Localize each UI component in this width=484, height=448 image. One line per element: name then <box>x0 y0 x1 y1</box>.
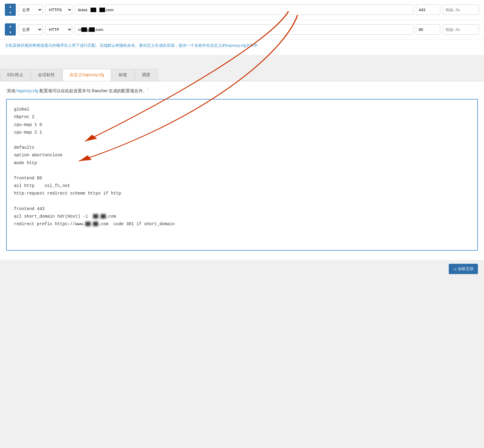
tab-content-haproxy: '其他 haproxy.cfg 配置项可以在此处设置并与 Rancher 生成的… <box>0 81 484 260</box>
tab-haproxy[interactable]: 自定义haproxy.cfg <box>63 69 111 81</box>
path-input-1[interactable] <box>443 5 479 15</box>
code-line-8: mode http <box>14 159 470 167</box>
protocol-select-2[interactable]: HTTP HTTPS TCP <box>45 24 72 35</box>
blurred-domain-2: ██.██ <box>85 220 98 228</box>
gray-spacer <box>0 55 484 64</box>
haproxy-cfg-link[interactable]: haproxy.cfg <box>17 88 38 93</box>
tab-ssl[interactable]: SSL终止 <box>0 69 30 81</box>
port-input-2[interactable] <box>416 24 440 35</box>
row-entry-2: ▲ ▼ 公开 内部 仅主机 HTTP HTTPS TCP <box>0 20 484 39</box>
tab-labels[interactable]: 标签 <box>112 69 134 81</box>
config-description: '其他 haproxy.cfg 配置项可以在此处设置并与 Rancher 生成的… <box>6 87 478 94</box>
code-line-11: acl http ssl_fc,not <box>14 182 470 190</box>
code-line-5 <box>14 136 470 144</box>
brand-name: 创新互联 <box>458 266 474 272</box>
code-line-6: defaults <box>14 144 470 151</box>
hint-text: 主机及路径规则将根据显示的顺序自上而下进行匹配。后端默认将随机命名。要自定义生成… <box>0 39 484 55</box>
tab-schedule[interactable]: 调度 <box>135 69 157 81</box>
code-line-2: nbproc 2 <box>14 113 470 121</box>
tabs-section: SSL终止 会话粘性 自定义haproxy.cfg 标签 调度 '其他 hapr… <box>0 64 484 260</box>
blurred-domain-1: ██.██ <box>93 213 106 220</box>
code-line-4: cpu-map 2 1 <box>14 129 470 136</box>
move-up-btn-2[interactable]: ▲ <box>5 23 16 29</box>
code-line-15: acl short_domain hdr(Host) -i ██.██.com <box>14 213 470 220</box>
port-input-1[interactable] <box>416 5 440 15</box>
brand-badge: ◁ 创新互联 <box>449 264 478 274</box>
code-line-12: http-request redirect scheme https if ht… <box>14 190 470 197</box>
access-select-2[interactable]: 公开 内部 仅主机 <box>18 24 43 35</box>
move-up-btn-1[interactable]: ▲ <box>5 4 16 10</box>
reorder-buttons-1[interactable]: ▲ ▼ <box>5 4 16 16</box>
code-line-3: cpu-map 1 0 <box>14 121 470 129</box>
move-down-btn-1[interactable]: ▼ <box>5 10 16 16</box>
protocol-select-1[interactable]: HTTPS HTTP TCP <box>45 5 72 15</box>
domain-input-1[interactable] <box>75 5 414 15</box>
domain-input-2[interactable] <box>75 24 414 35</box>
access-select-1[interactable]: 公开 内部 仅主机 <box>18 5 43 15</box>
code-line-16: redirect prefix https://www.██.██.com co… <box>14 220 470 228</box>
row-entry-1: ▲ ▼ 公开 内部 仅主机 HTTPS HTTP TCP <box>0 0 484 20</box>
code-editor[interactable]: global nbproc 2 cpu-map 1 0 cpu-map 2 1 … <box>6 99 478 251</box>
move-down-btn-2[interactable]: ▼ <box>5 29 16 36</box>
code-line-1: global <box>14 106 470 113</box>
tabs-bar: SSL终止 会话粘性 自定义haproxy.cfg 标签 调度 <box>0 64 484 81</box>
code-line-7: option abortonclose <box>14 151 470 159</box>
brand-icon: ◁ <box>453 267 456 271</box>
reorder-buttons-2[interactable]: ▲ ▼ <box>5 23 16 36</box>
tab-session[interactable]: 会话粘性 <box>31 69 62 81</box>
code-line-9 <box>14 167 470 175</box>
code-line-14: frontend 443 <box>14 205 470 213</box>
code-line-13 <box>14 197 470 205</box>
bottom-bar: ◁ 创新互联 <box>0 260 484 278</box>
code-line-10: frontend 80 <box>14 175 470 182</box>
path-input-2[interactable] <box>443 24 479 35</box>
